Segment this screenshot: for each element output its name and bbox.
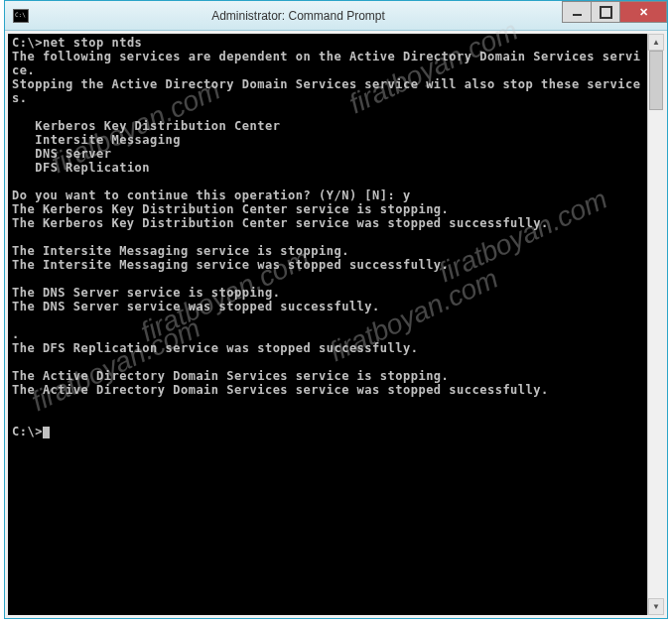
user-input: y [403, 188, 411, 202]
maximize-button[interactable] [591, 1, 620, 23]
scroll-thumb[interactable] [649, 51, 663, 110]
output-line: The Kerberos Key Distribution Center ser… [12, 216, 549, 230]
vertical-scrollbar[interactable]: ▲ ▼ [647, 34, 664, 615]
terminal-output[interactable]: C:\>net stop ntds The following services… [8, 34, 647, 615]
output-line: The following services are dependent on … [12, 50, 640, 77]
output-line: The DNS Server service was stopped succe… [12, 300, 380, 313]
output-line: The Intersite Messaging service is stopp… [12, 244, 349, 258]
client-area: C:\>net stop ntds The following services… [5, 31, 667, 618]
command-prompt-window: Administrator: Command Prompt C:\>net st… [4, 0, 668, 619]
output-line: Do you want to continue this operation? … [12, 188, 403, 202]
output-line: The Intersite Messaging service was stop… [12, 258, 449, 272]
scroll-track[interactable] [648, 51, 664, 598]
minimize-button[interactable] [562, 1, 592, 23]
output-line: The Active Directory Domain Services ser… [12, 369, 449, 383]
watermark: firatboyan.com [438, 191, 608, 281]
scroll-up-button[interactable]: ▲ [648, 34, 664, 51]
output-line: Kerberos Key Distribution Center [12, 119, 280, 133]
prompt: C:\> [12, 36, 43, 50]
prompt: C:\> [12, 425, 43, 438]
titlebar[interactable]: Administrator: Command Prompt [5, 1, 667, 31]
output-line: Intersite Messaging [12, 133, 181, 147]
close-button[interactable] [619, 1, 667, 23]
scroll-down-button[interactable]: ▼ [648, 598, 664, 615]
command-text: net stop ntds [43, 36, 142, 50]
output-line: The DFS Replication service was stopped … [12, 341, 418, 355]
output-line: The Active Directory Domain Services ser… [12, 383, 549, 397]
output-line: DNS Server [12, 147, 111, 161]
output-line: The Kerberos Key Distribution Center ser… [12, 202, 449, 216]
output-line: . [12, 327, 20, 341]
cmd-icon [13, 9, 29, 23]
watermark: firatboyan.com [348, 34, 519, 112]
output-line: The DNS Server service is stopping. [12, 286, 280, 300]
window-controls [563, 1, 667, 23]
output-line: DFS Replication [12, 161, 150, 175]
cursor [43, 427, 50, 438]
output-line: Stopping the Active Directory Domain Ser… [12, 77, 640, 105]
